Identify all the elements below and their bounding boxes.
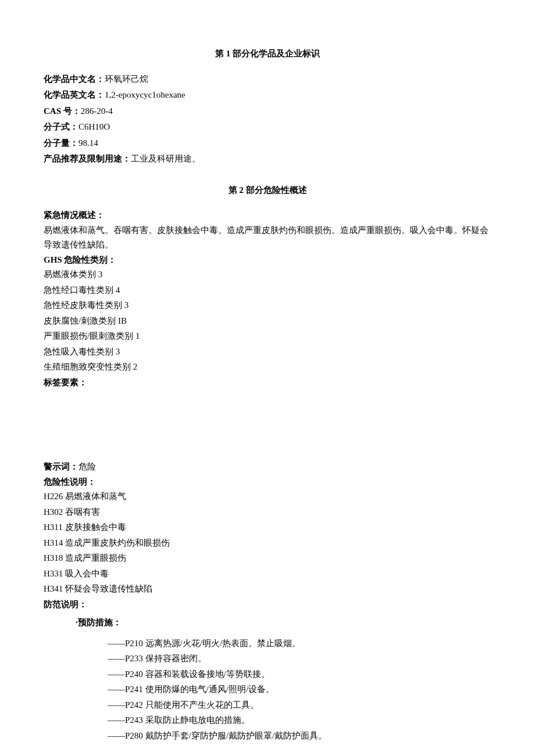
- mw-label: 分子量：: [44, 138, 79, 148]
- hazard-item: H318 造成严重眼损伤: [44, 551, 491, 566]
- ghs-item: 急性经皮肤毒性类别 3: [44, 298, 491, 313]
- name-cn-row: 化学品中文名：环氧环己烷: [44, 72, 491, 87]
- signal-value: 危险: [79, 462, 96, 471]
- ghs-item: 皮肤腐蚀/刺激类别 IB: [44, 314, 491, 329]
- formula-label: 分子式：: [44, 122, 79, 131]
- prevention-header-text: 预防措施：: [78, 618, 122, 627]
- hazard-item: H226 易燃液体和蒸气: [44, 489, 491, 504]
- hazard-item: H331 吸入会中毒: [44, 567, 491, 582]
- prevention-item: ——P280 戴防护手套/穿防护服/戴防护眼罩/戴防护面具。: [108, 729, 491, 744]
- formula-row: 分子式：C6H10O: [44, 120, 491, 135]
- ghs-item: 急性吸入毒性类别 3: [44, 345, 491, 360]
- heading2-prefix: 第: [229, 185, 237, 195]
- prevention-item: ——P241 使用防爆的电气/通风/照明/设备。: [108, 682, 491, 697]
- hazard-item: H314 造成严重皮肤灼伤和眼损伤: [44, 536, 491, 551]
- hazard-item: H341 怀疑会导致遗传性缺陷: [44, 582, 491, 597]
- prevention-item: ——P233 保持容器密闭。: [108, 651, 491, 667]
- emergency-label: 紧急情况概述：: [44, 208, 491, 223]
- section1-heading: 第 1 部分化学品及企业标识: [44, 46, 491, 62]
- hazard-stmt-label: 危险性说明：: [44, 475, 491, 490]
- heading-number: 1: [224, 49, 233, 58]
- prevention-item: ——P242 只能使用不产生火花的工具。: [108, 698, 491, 713]
- label-elements: 标签要素：: [44, 375, 491, 390]
- heading2-number: 2: [237, 185, 246, 195]
- mw-value: 98.14: [79, 138, 98, 148]
- ghs-list: 易燃液体类别 3急性经口毒性类别 4急性经皮肤毒性类别 3皮肤腐蚀/刺激类别 I…: [44, 267, 491, 375]
- precaution-label: 防范说明：: [44, 597, 491, 612]
- name-cn-value: 环氧环己烷: [105, 74, 148, 84]
- section2-heading: 第 2 部分危险性概述: [44, 183, 491, 198]
- prevention-header: ·预防措施：: [44, 615, 491, 630]
- ghs-item: 严重眼损伤/眼刺激类别 1: [44, 329, 491, 344]
- signal-label: 警示词：: [44, 462, 79, 471]
- signal-row: 警示词：危险: [44, 460, 491, 475]
- use-row: 产品推荐及限制用途：工业及科研用途。: [44, 152, 491, 167]
- prevention-list: ——P210 远离热源/火花/明火/热表面。禁止吸烟。——P233 保持容器密闭…: [44, 636, 491, 744]
- name-en-value: 1,2-epoxycyc1ohexane: [105, 90, 186, 99]
- name-en-label: 化学品英文名：: [44, 90, 105, 99]
- cas-row: CAS 号：286-20-4: [44, 104, 491, 119]
- emergency-text: 易燃液体和蒸气。吞咽有害。皮肤接触会中毒。造成严重皮肤灼伤和眼损伤。造成严重眼损…: [44, 223, 491, 253]
- ghs-item: 易燃液体类别 3: [44, 267, 491, 282]
- ghs-label: GHS 危险性类别：: [44, 253, 491, 268]
- use-label: 产品推荐及限制用途：: [44, 154, 131, 163]
- heading-prefix: 第: [215, 49, 224, 58]
- name-en-row: 化学品英文名：1,2-epoxycyc1ohexane: [44, 88, 491, 103]
- ghs-item: 急性经口毒性类别 4: [44, 283, 491, 298]
- section2-body: 紧急情况概述： 易燃液体和蒸气。吞咽有害。皮肤接触会中毒。造成严重皮肤灼伤和眼损…: [44, 208, 491, 743]
- formula-value: C6H10O: [79, 122, 110, 131]
- ghs-item: 生殖细胞致突变性类别 2: [44, 360, 491, 375]
- mw-row: 分子量：98.14: [44, 136, 491, 151]
- section1-body: 化学品中文名：环氧环己烷 化学品英文名：1,2-epoxycyc1ohexane…: [44, 72, 491, 167]
- hazard-item: H311 皮肤接触会中毒: [44, 520, 491, 535]
- heading-suffix: 部分化学品及企业标识: [233, 49, 320, 58]
- pictogram-placeholder: [44, 390, 491, 460]
- prevention-item: ——P210 远离热源/火花/明火/热表面。禁止吸烟。: [108, 636, 491, 651]
- heading2-suffix: 部分危险性概述: [246, 185, 307, 195]
- prevention-item: ——P243 采取防止静电放电的措施。: [108, 713, 491, 728]
- hazard-item: H302 吞咽有害: [44, 505, 491, 520]
- hazard-stmt-list: H226 易燃液体和蒸气H302 吞咽有害H311 皮肤接触会中毒H314 造成…: [44, 489, 491, 597]
- cas-value: 286-20-4: [81, 106, 113, 116]
- name-cn-label: 化学品中文名：: [44, 74, 105, 84]
- cas-label: CAS: [44, 106, 61, 116]
- prevention-item: ——P240 容器和装载设备接地/等势联接。: [108, 667, 491, 682]
- cas-label-2: 号：: [61, 106, 81, 116]
- use-value: 工业及科研用途。: [131, 154, 201, 163]
